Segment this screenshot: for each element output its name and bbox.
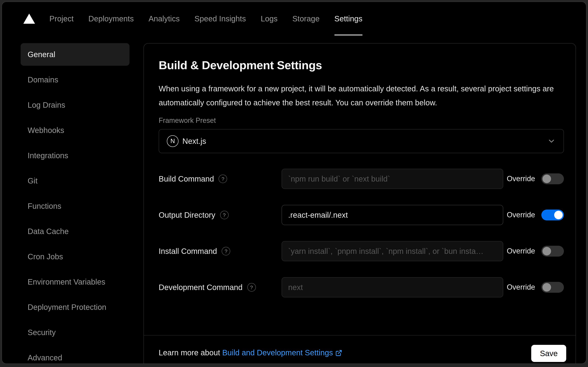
- project-tabs: Project Deployments Analytics Speed Insi…: [42, 2, 370, 35]
- sidebar-item-webhooks[interactable]: Webhooks: [21, 119, 129, 142]
- development-command-label: Development Command: [159, 283, 243, 292]
- sidebar-item-security[interactable]: Security: [21, 321, 129, 344]
- sidebar-item-log-drains[interactable]: Log Drains: [21, 94, 129, 116]
- output-directory-help-icon[interactable]: ?: [220, 211, 228, 219]
- install-command-override-toggle[interactable]: [541, 246, 564, 257]
- install-command-override-label: Override: [507, 247, 535, 255]
- sidebar-item-deployment-protection[interactable]: Deployment Protection: [21, 296, 129, 318]
- nav-tab-project[interactable]: Project: [42, 2, 81, 35]
- nav-tab-speed-insights[interactable]: Speed Insights: [187, 2, 253, 35]
- card-footer: Learn more about Build and Development S…: [144, 335, 576, 364]
- card-title: Build & Development Settings: [159, 58, 564, 72]
- sidebar-item-domains[interactable]: Domains: [21, 68, 129, 91]
- external-link-icon: [335, 350, 342, 358]
- sidebar-item-environment-variables[interactable]: Environment Variables: [21, 271, 129, 293]
- output-directory-input[interactable]: [282, 205, 503, 225]
- install-command-row: Install Command ? Override: [159, 241, 564, 261]
- learn-more-text: Learn more about Build and Development S…: [159, 348, 342, 359]
- sidebar-item-git[interactable]: Git: [21, 169, 129, 192]
- install-command-input[interactable]: [282, 241, 503, 261]
- development-command-override-toggle[interactable]: [541, 282, 564, 293]
- build-command-label: Build Command: [159, 174, 214, 183]
- toggle-knob: [543, 283, 551, 292]
- framework-preset-label: Framework Preset: [159, 116, 564, 125]
- settings-sidebar: General Domains Log Drains Webhooks Inte…: [21, 43, 129, 364]
- setting-rows: Build Command ? Override Output Dir: [159, 169, 564, 324]
- output-directory-override-label: Override: [507, 211, 535, 219]
- sidebar-item-functions[interactable]: Functions: [21, 195, 129, 217]
- output-directory-row: Output Directory ? Override: [159, 205, 564, 225]
- development-command-row: Development Command ? Override: [159, 277, 564, 297]
- nav-tab-logs[interactable]: Logs: [253, 2, 285, 35]
- vercel-logo-icon[interactable]: [23, 14, 35, 24]
- sidebar-item-advanced[interactable]: Advanced: [21, 346, 129, 364]
- toggle-knob: [543, 175, 551, 183]
- development-command-help-icon[interactable]: ?: [247, 283, 256, 292]
- build-command-input[interactable]: [282, 169, 503, 189]
- page-body: General Domains Log Drains Webhooks Inte…: [2, 35, 586, 364]
- build-command-row: Build Command ? Override: [159, 169, 564, 189]
- development-command-input[interactable]: [282, 277, 503, 297]
- development-command-override-label: Override: [507, 283, 535, 292]
- app-window: Project Deployments Analytics Speed Insi…: [1, 1, 587, 364]
- build-command-override-label: Override: [507, 175, 535, 183]
- chevron-down-icon: [547, 137, 556, 145]
- nav-tab-settings[interactable]: Settings: [327, 2, 370, 35]
- nextjs-logo-icon: N: [167, 135, 178, 147]
- framework-preset-select[interactable]: N Next.js: [159, 129, 564, 153]
- nav-tab-analytics[interactable]: Analytics: [141, 2, 187, 35]
- nav-tab-deployments[interactable]: Deployments: [81, 2, 141, 35]
- output-directory-label: Output Directory: [159, 210, 215, 219]
- sidebar-item-data-cache[interactable]: Data Cache: [21, 220, 129, 242]
- save-button[interactable]: Save: [531, 345, 566, 362]
- install-command-help-icon[interactable]: ?: [222, 247, 230, 255]
- learn-more-prefix: Learn more about: [159, 348, 220, 357]
- build-command-override-toggle[interactable]: [541, 173, 564, 184]
- sidebar-item-cron-jobs[interactable]: Cron Jobs: [21, 245, 129, 268]
- sidebar-item-general[interactable]: General: [21, 43, 129, 66]
- sidebar-item-integrations[interactable]: Integrations: [21, 144, 129, 167]
- build-settings-card: Build & Development Settings When using …: [143, 43, 576, 364]
- toggle-knob: [543, 247, 551, 255]
- toggle-knob: [554, 211, 563, 219]
- screen: Project Deployments Analytics Speed Insi…: [0, 0, 588, 367]
- install-command-label: Install Command: [159, 247, 217, 256]
- build-command-help-icon[interactable]: ?: [219, 175, 227, 183]
- build-settings-docs-link[interactable]: Build and Development Settings: [222, 348, 333, 357]
- top-nav: Project Deployments Analytics Speed Insi…: [2, 2, 586, 35]
- card-description: When using a framework for a new project…: [159, 82, 564, 110]
- framework-preset-value: Next.js: [182, 137, 206, 146]
- nav-tab-storage[interactable]: Storage: [285, 2, 327, 35]
- output-directory-override-toggle[interactable]: [541, 209, 564, 220]
